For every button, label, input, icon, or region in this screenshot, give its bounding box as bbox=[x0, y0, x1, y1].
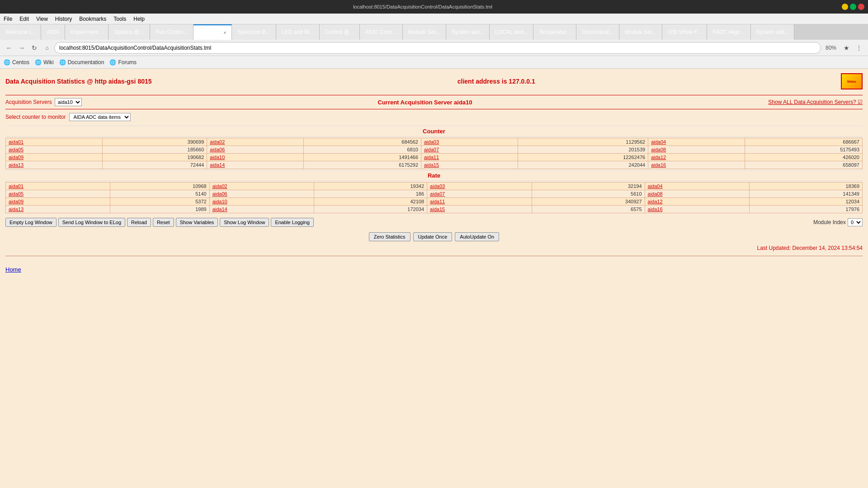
cell-name-aida11[interactable]: aida11 bbox=[427, 198, 532, 206]
cell-name-aida05[interactable]: aida05 bbox=[6, 146, 103, 154]
server-select[interactable]: aida10 bbox=[55, 98, 82, 106]
home-nav-button[interactable]: ⌂ bbox=[42, 42, 52, 53]
cell-value-aida04: 686667 bbox=[745, 138, 863, 146]
cell-name-aida06[interactable]: aida06 bbox=[207, 146, 304, 154]
cell-name-aida05[interactable]: aida05 bbox=[6, 190, 110, 198]
bookmark-star-button[interactable]: ★ bbox=[841, 42, 852, 53]
cell-name-aida08[interactable]: aida08 bbox=[645, 190, 749, 198]
cell-name-aida04[interactable]: aida04 bbox=[645, 183, 749, 190]
tab-led[interactable]: LED and W... bbox=[276, 24, 320, 40]
minimize-button[interactable] bbox=[842, 4, 848, 10]
cell-name-aida15[interactable]: aida15 bbox=[421, 161, 518, 169]
cell-name-aida01[interactable]: aida01 bbox=[6, 183, 110, 190]
cell-name-aida14[interactable]: aida14 bbox=[207, 161, 304, 169]
cell-value-aida14: 172034 bbox=[314, 206, 427, 213]
zero-statistics-button[interactable]: Zero Statistics bbox=[369, 232, 410, 241]
menu-edit[interactable]: Edit bbox=[16, 15, 33, 23]
tab-aida[interactable]: AIDA bbox=[41, 24, 65, 40]
empty-log-button[interactable]: Empty Log Window bbox=[5, 218, 57, 227]
cell-name-aida16[interactable]: aida16 bbox=[645, 206, 749, 213]
module-index-label: Module Index bbox=[813, 219, 846, 225]
cell-name-aida10[interactable]: aida10 bbox=[209, 198, 314, 206]
tab-discrim[interactable]: Discriminat... bbox=[576, 24, 619, 40]
acquisition-servers-row: Acquisition Servers aida10 Current Acqui… bbox=[5, 95, 863, 109]
cell-name-aida16[interactable]: aida16 bbox=[648, 161, 745, 169]
cell-name-aida14[interactable]: aida14 bbox=[209, 206, 314, 213]
cell-name-aida07[interactable]: aida07 bbox=[421, 146, 518, 154]
menu-history[interactable]: History bbox=[52, 15, 75, 23]
back-button[interactable]: ← bbox=[4, 42, 14, 53]
tab-statistics[interactable]: Statistics× bbox=[193, 24, 232, 40]
cell-name-aida04[interactable]: aida04 bbox=[648, 138, 745, 146]
menu-file[interactable]: File bbox=[0, 15, 16, 23]
cell-name-aida03[interactable]: aida03 bbox=[427, 183, 532, 190]
update-once-button[interactable]: Update Once bbox=[413, 232, 453, 241]
cell-name-aida06[interactable]: aida06 bbox=[209, 190, 314, 198]
enable-logging-button[interactable]: Enable Logging bbox=[271, 218, 313, 227]
send-log-button[interactable]: Send Log Window to ELog bbox=[58, 218, 125, 227]
cell-name-aida12[interactable]: aida12 bbox=[648, 154, 745, 161]
cell-name-aida11[interactable]: aida11 bbox=[421, 154, 518, 161]
auto-update-button[interactable]: AutoUpdate On bbox=[455, 232, 499, 241]
menu-dots-button[interactable]: ⋮ bbox=[854, 42, 864, 53]
cell-name-aida13[interactable]: aida13 bbox=[6, 206, 110, 213]
bookmark-wiki[interactable]: 🌐 Wiki bbox=[35, 59, 54, 66]
cell-name-aida01[interactable]: aida01 bbox=[6, 138, 103, 146]
tab-close-statistics[interactable]: × bbox=[223, 30, 226, 35]
cell-name-aida07[interactable]: aida07 bbox=[427, 190, 532, 198]
menu-bookmarks[interactable]: Bookmarks bbox=[75, 15, 110, 23]
bookmark-forums[interactable]: 🌐 Forums bbox=[109, 59, 137, 66]
url-bar[interactable] bbox=[54, 42, 821, 54]
tab-spectrum[interactable]: Spectrum B... bbox=[232, 24, 276, 40]
tab-local[interactable]: LOCAL and... bbox=[490, 24, 533, 40]
cell-name-aida13[interactable]: aida13 bbox=[6, 161, 103, 169]
show-all-servers-link[interactable]: Show ALL Data Acquisition Servers? ☑ bbox=[768, 99, 863, 105]
tab-run-control[interactable]: Run Contro... bbox=[150, 24, 193, 40]
cell-name-aida10[interactable]: aida10 bbox=[207, 154, 304, 161]
cell-name-aida09[interactable]: aida09 bbox=[6, 154, 103, 161]
reload-browser-button[interactable]: ↻ bbox=[29, 42, 40, 53]
cell-value-aida03: 1129562 bbox=[518, 138, 648, 146]
counter-select[interactable]: AIDA ADC data items bbox=[69, 113, 131, 121]
tab-gsi[interactable]: GSI White F... bbox=[662, 24, 707, 40]
menu-tools[interactable]: Tools bbox=[110, 15, 130, 23]
tab-options[interactable]: Options @... bbox=[108, 24, 150, 40]
cell-name-aida02[interactable]: aida02 bbox=[209, 183, 314, 190]
reset-button[interactable]: Reset bbox=[153, 218, 174, 227]
cell-name-aida15[interactable]: aida15 bbox=[427, 206, 532, 213]
cell-value-aida11: 12262476 bbox=[518, 154, 648, 161]
menu-help[interactable]: Help bbox=[130, 15, 148, 23]
action-buttons: Zero Statistics Update Once AutoUpdate O… bbox=[5, 232, 863, 241]
show-variables-button[interactable]: Show Variables bbox=[176, 218, 218, 227]
cell-name-aida09[interactable]: aida09 bbox=[6, 198, 110, 206]
tab-welcome[interactable]: Welcome t... bbox=[0, 24, 41, 40]
maximize-button[interactable] bbox=[850, 4, 856, 10]
reload-button[interactable]: Reload bbox=[127, 218, 151, 227]
tab-fadc[interactable]: FADC Align... bbox=[707, 24, 750, 40]
cell-name-aida02[interactable]: aida02 bbox=[207, 138, 304, 146]
last-updated: Last Updated: December 14, 2024 13:54:54 bbox=[5, 245, 863, 251]
close-button[interactable] bbox=[858, 4, 864, 10]
show-log-button[interactable]: Show Log Window bbox=[220, 218, 269, 227]
tab-module-set2[interactable]: Module Set... bbox=[619, 24, 663, 40]
cell-name-aida08[interactable]: aida08 bbox=[648, 146, 745, 154]
tab-system1[interactable]: System wid... bbox=[446, 24, 490, 40]
tab-system2[interactable]: System wid... bbox=[751, 24, 794, 40]
tab-control[interactable]: Control @... bbox=[320, 24, 360, 40]
cell-value-aida05: 185660 bbox=[103, 146, 207, 154]
globe-icon: 🌐 bbox=[4, 59, 10, 66]
tab-experiment[interactable]: Experiment... bbox=[65, 24, 108, 40]
acquisition-servers-label: Acquisition Servers bbox=[5, 99, 52, 105]
bookmark-centos[interactable]: 🌐 Centos bbox=[4, 59, 29, 66]
rate-section-header: Rate bbox=[5, 170, 863, 181]
cell-name-aida12[interactable]: aida12 bbox=[645, 198, 749, 206]
tab-module-set1[interactable]: Module Set... bbox=[403, 24, 446, 40]
tab-temp[interactable]: Temperatur... bbox=[533, 24, 576, 40]
home-link[interactable]: Home bbox=[5, 266, 21, 273]
forward-button[interactable]: → bbox=[16, 42, 27, 53]
bookmark-documentation[interactable]: 🌐 Documentation bbox=[59, 59, 104, 66]
tab-asic[interactable]: ASIC Contr... bbox=[360, 24, 403, 40]
cell-name-aida03[interactable]: aida03 bbox=[421, 138, 518, 146]
module-index-select[interactable]: 0 bbox=[848, 218, 863, 226]
menu-view[interactable]: View bbox=[33, 15, 52, 23]
